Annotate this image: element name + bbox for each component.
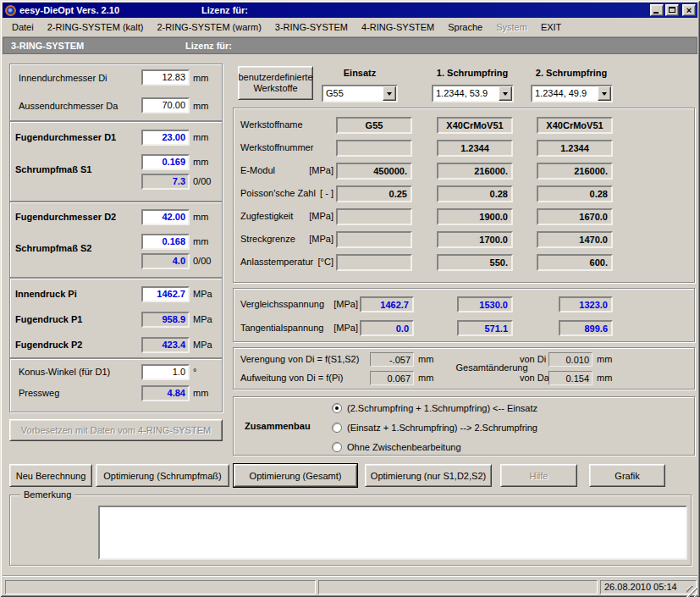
material-cell: 216000. xyxy=(437,163,513,180)
material-table-group: Werkstoffname G55 X40CrMoV51 X40CrMoV51 … xyxy=(233,108,695,283)
status-datetime: 26.08.2010 05:14 xyxy=(600,580,697,594)
row-unit: [°C] xyxy=(286,257,333,267)
joint-diameter-d2-label: Fugendurchmesser D2 xyxy=(15,212,116,222)
menu-bar: Datei 2-RING-SYSTEM (kalt) 2-RING-SYSTEM… xyxy=(3,18,697,37)
shrink-s2-permille-field: 4.0 xyxy=(141,253,190,269)
menu-datei[interactable]: Datei xyxy=(5,19,41,35)
menu-2ring-kalt[interactable]: 2-RING-SYSTEM (kalt) xyxy=(41,19,151,35)
close-button[interactable]: × xyxy=(682,4,696,16)
shrink-s1-permille-field: 7.3 xyxy=(141,174,190,190)
cone-group: Konus-Winkel (für D1) 1.0 ° Pressweg 4.8… xyxy=(9,358,223,412)
window-title: eesy-DieOpt Vers. 2.10 xyxy=(19,5,119,15)
total-di-unit: mm xyxy=(597,354,612,364)
ring2-material-select[interactable]: 1.2344, 49.9 xyxy=(531,85,613,102)
status-panel-1 xyxy=(5,580,316,594)
material-cell: 1.2344 xyxy=(437,140,513,157)
s2-permille-unit: 0/00 xyxy=(193,256,211,266)
minimize-icon xyxy=(653,12,659,14)
p2-unit: MPa xyxy=(193,340,212,350)
menu-exit[interactable]: EXIT xyxy=(534,19,568,35)
menu-system: System xyxy=(489,19,534,35)
joint-diameter-d1-label: Fugendurchmesser D1 xyxy=(15,132,116,142)
inner-pressure-unit: MPa xyxy=(193,289,212,299)
client-area: 3-RING-SYSTEM Lizenz für: Innendurchmess… xyxy=(3,37,697,574)
ring2-group: Fugendurchmesser D2 42.00 mm 0.168 mm Sc… xyxy=(9,202,223,278)
chevron-down-icon[interactable] xyxy=(598,86,611,101)
stress-group: Vergleichsspannung [MPa] 1462.7 1530.0 1… xyxy=(233,288,695,342)
assembly-option-1-label[interactable]: (2.Schrumpfring + 1.Schrumpfring) <-- Ei… xyxy=(347,403,537,413)
shrink-s1-mm-field[interactable]: 0.169 xyxy=(141,154,190,170)
cone-angle-field[interactable]: 1.0 xyxy=(141,364,190,380)
joint-diameter-d1-field[interactable]: 23.00 xyxy=(141,130,190,146)
material-cell xyxy=(336,140,412,157)
material-cell: 1470.0 xyxy=(537,231,613,248)
custom-materials-button[interactable]: benutzerdefinierte Werkstoffe xyxy=(238,66,313,100)
shrink-s2-mm-field[interactable]: 0.168 xyxy=(141,234,190,250)
chevron-down-icon[interactable] xyxy=(499,86,512,101)
child-license-label: Lizenz für: xyxy=(185,41,232,51)
s1-mm-unit: mm xyxy=(193,157,208,167)
chevron-down-icon[interactable] xyxy=(383,86,396,101)
resize-grip-icon[interactable] xyxy=(686,586,697,597)
joint-pressure-p2-label: Fugendruck P2 xyxy=(15,340,82,350)
menu-4ring[interactable]: 4-RING-SYSTEM xyxy=(355,19,441,35)
inner-diameter-field[interactable]: 12.83 xyxy=(141,69,190,86)
remark-textarea[interactable] xyxy=(98,506,687,560)
assembly-option-3-radio[interactable] xyxy=(332,442,342,452)
preset-from-4ring-button: Vorbesetzen mit Daten vom 4-RING-SYSTEM xyxy=(9,419,223,441)
assembly-option-1-radio[interactable] xyxy=(332,403,342,413)
ring1-group: Fugendurchmesser D1 23.00 mm 0.169 mm Sc… xyxy=(9,121,223,202)
menu-2ring-warm[interactable]: 2-RING-SYSTEM (warm) xyxy=(150,19,267,35)
title-license-label: Lizenz für: xyxy=(201,5,248,15)
stress-cell: 0.0 xyxy=(360,320,414,336)
maximize-button[interactable] xyxy=(665,4,679,16)
narrowing-field: -.057 xyxy=(370,352,414,367)
new-calculation-button[interactable]: Neu Berechnung xyxy=(9,464,92,487)
assembly-option-3-label[interactable]: Ohne Zwischenbearbeitung xyxy=(347,442,461,452)
press-travel-unit: mm xyxy=(193,388,208,398)
status-bar: 26.08.2010 05:14 xyxy=(3,575,697,597)
optimize-s1d2s2-button[interactable]: Optimierung (nur S1,D2,S2) xyxy=(365,464,492,487)
joint-pressure-p1-label: Fugendruck P1 xyxy=(15,314,82,324)
outer-diameter-field[interactable]: 70.00 xyxy=(141,97,190,113)
material-cell: 600. xyxy=(537,254,613,271)
optimize-shrink-button[interactable]: Optimierung (Schrumpfmaß) xyxy=(96,464,229,487)
row-label: Werkstoffname xyxy=(240,119,303,130)
total-da-label: von Da xyxy=(520,373,549,383)
einsatz-material-select[interactable]: G55 xyxy=(322,85,398,102)
menu-3ring[interactable]: 3-RING-SYSTEM xyxy=(268,19,355,35)
inner-diameter-label: Innendurchmesser Di xyxy=(19,73,107,83)
optimize-total-button[interactable]: Optimierung (Gesamt) xyxy=(234,464,357,487)
column-header-einsatz: Einsatz xyxy=(322,68,398,78)
graphic-button[interactable]: Grafik xyxy=(589,464,665,487)
material-cell: 1700.0 xyxy=(437,231,513,248)
status-panel-2 xyxy=(318,580,598,594)
title-bar: eesy-DieOpt Vers. 2.10 Lizenz für: × xyxy=(3,3,697,18)
row-unit: [MPa] xyxy=(286,234,333,244)
material-cell: 550. xyxy=(437,254,513,271)
deformation-group: Verengung von Di = f(S1,S2) -.057 mm Auf… xyxy=(233,347,695,390)
row-unit: [ - ] xyxy=(286,188,333,198)
app-window: eesy-DieOpt Vers. 2.10 Lizenz für: × Dat… xyxy=(0,0,700,597)
p1-unit: MPa xyxy=(193,314,212,324)
maximize-icon xyxy=(669,7,675,13)
stress-cell: 1323.0 xyxy=(559,296,613,312)
ring1-material-select[interactable]: 1.2344, 53.9 xyxy=(432,85,514,102)
d2-unit: mm xyxy=(193,212,208,222)
material-cell: 1670.0 xyxy=(537,208,613,225)
outer-diameter-label: Aussendurchmesser Da xyxy=(19,101,118,111)
minimize-button[interactable] xyxy=(650,4,664,16)
joint-diameter-d2-field[interactable]: 42.00 xyxy=(141,209,190,225)
stress-cell: 1462.7 xyxy=(360,296,414,312)
assembly-option-2-label[interactable]: (Einsatz + 1.Schrumpfring) --> 2.Schrump… xyxy=(347,423,537,433)
widening-field: 0.067 xyxy=(370,371,414,385)
assembly-option-2-radio[interactable] xyxy=(332,423,342,433)
narrowing-label: Verengung von Di = f(S1,S2) xyxy=(240,354,359,364)
row-unit: [MPa] xyxy=(286,211,333,221)
s1-permille-unit: 0/00 xyxy=(193,176,211,186)
inner-pressure-field[interactable]: 1462.7 xyxy=(141,286,190,302)
joint-pressure-p2-field: 423.4 xyxy=(141,337,190,353)
cone-angle-unit: ° xyxy=(193,367,196,377)
press-travel-label: Pressweg xyxy=(19,388,59,398)
menu-sprache[interactable]: Sprache xyxy=(441,19,489,35)
